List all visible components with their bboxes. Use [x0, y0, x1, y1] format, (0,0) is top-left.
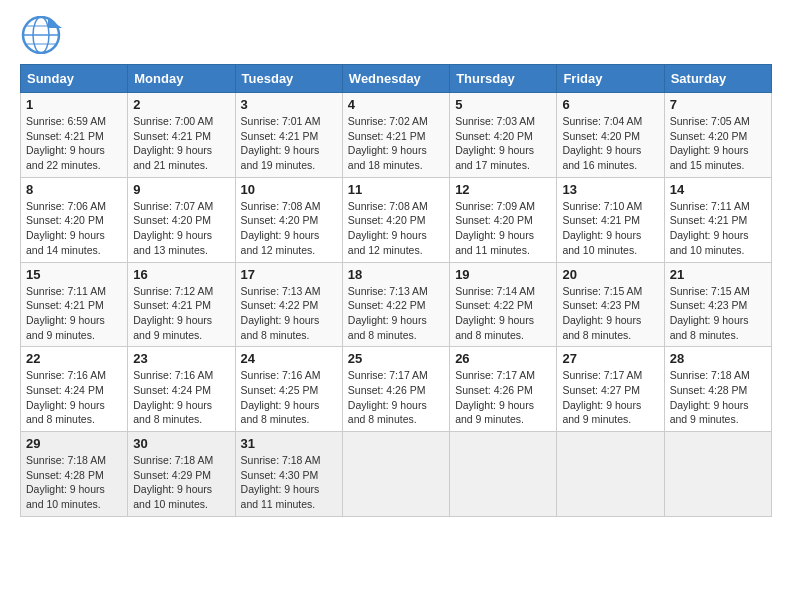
svg-marker-5 [48, 18, 62, 28]
day-number: 3 [241, 97, 337, 112]
weekday-header: Wednesday [342, 65, 449, 93]
day-detail: Sunrise: 7:18 AM Sunset: 4:29 PM Dayligh… [133, 453, 229, 512]
day-number: 19 [455, 267, 551, 282]
calendar-cell: 15 Sunrise: 7:11 AM Sunset: 4:21 PM Dayl… [21, 262, 128, 347]
day-number: 20 [562, 267, 658, 282]
day-number: 27 [562, 351, 658, 366]
day-number: 31 [241, 436, 337, 451]
day-number: 12 [455, 182, 551, 197]
day-detail: Sunrise: 7:09 AM Sunset: 4:20 PM Dayligh… [455, 199, 551, 258]
day-detail: Sunrise: 7:15 AM Sunset: 4:23 PM Dayligh… [670, 284, 766, 343]
day-detail: Sunrise: 7:01 AM Sunset: 4:21 PM Dayligh… [241, 114, 337, 173]
day-number: 7 [670, 97, 766, 112]
calendar-cell: 12 Sunrise: 7:09 AM Sunset: 4:20 PM Dayl… [450, 177, 557, 262]
day-detail: Sunrise: 7:18 AM Sunset: 4:28 PM Dayligh… [670, 368, 766, 427]
day-number: 29 [26, 436, 122, 451]
day-number: 4 [348, 97, 444, 112]
calendar-cell: 5 Sunrise: 7:03 AM Sunset: 4:20 PM Dayli… [450, 93, 557, 178]
day-detail: Sunrise: 7:14 AM Sunset: 4:22 PM Dayligh… [455, 284, 551, 343]
day-detail: Sunrise: 7:12 AM Sunset: 4:21 PM Dayligh… [133, 284, 229, 343]
day-detail: Sunrise: 7:16 AM Sunset: 4:24 PM Dayligh… [26, 368, 122, 427]
day-detail: Sunrise: 7:13 AM Sunset: 4:22 PM Dayligh… [348, 284, 444, 343]
weekday-header: Monday [128, 65, 235, 93]
day-detail: Sunrise: 7:04 AM Sunset: 4:20 PM Dayligh… [562, 114, 658, 173]
weekday-header: Thursday [450, 65, 557, 93]
day-detail: Sunrise: 7:05 AM Sunset: 4:20 PM Dayligh… [670, 114, 766, 173]
calendar-cell: 27 Sunrise: 7:17 AM Sunset: 4:27 PM Dayl… [557, 347, 664, 432]
day-number: 23 [133, 351, 229, 366]
day-number: 26 [455, 351, 551, 366]
day-detail: Sunrise: 7:00 AM Sunset: 4:21 PM Dayligh… [133, 114, 229, 173]
calendar-cell [450, 432, 557, 517]
weekday-header: Sunday [21, 65, 128, 93]
day-detail: Sunrise: 7:13 AM Sunset: 4:22 PM Dayligh… [241, 284, 337, 343]
day-detail: Sunrise: 7:11 AM Sunset: 4:21 PM Dayligh… [26, 284, 122, 343]
calendar-week-row: 1 Sunrise: 6:59 AM Sunset: 4:21 PM Dayli… [21, 93, 772, 178]
day-number: 22 [26, 351, 122, 366]
day-detail: Sunrise: 7:11 AM Sunset: 4:21 PM Dayligh… [670, 199, 766, 258]
day-detail: Sunrise: 7:08 AM Sunset: 4:20 PM Dayligh… [241, 199, 337, 258]
calendar-table: SundayMondayTuesdayWednesdayThursdayFrid… [20, 64, 772, 517]
day-number: 15 [26, 267, 122, 282]
calendar-cell: 9 Sunrise: 7:07 AM Sunset: 4:20 PM Dayli… [128, 177, 235, 262]
calendar-cell: 26 Sunrise: 7:17 AM Sunset: 4:26 PM Dayl… [450, 347, 557, 432]
calendar-cell: 16 Sunrise: 7:12 AM Sunset: 4:21 PM Dayl… [128, 262, 235, 347]
calendar-cell: 1 Sunrise: 6:59 AM Sunset: 4:21 PM Dayli… [21, 93, 128, 178]
calendar-cell: 28 Sunrise: 7:18 AM Sunset: 4:28 PM Dayl… [664, 347, 771, 432]
logo [20, 16, 66, 54]
weekday-header: Friday [557, 65, 664, 93]
day-detail: Sunrise: 7:07 AM Sunset: 4:20 PM Dayligh… [133, 199, 229, 258]
day-number: 9 [133, 182, 229, 197]
day-number: 1 [26, 97, 122, 112]
day-detail: Sunrise: 6:59 AM Sunset: 4:21 PM Dayligh… [26, 114, 122, 173]
day-detail: Sunrise: 7:17 AM Sunset: 4:26 PM Dayligh… [348, 368, 444, 427]
day-number: 21 [670, 267, 766, 282]
calendar-cell: 13 Sunrise: 7:10 AM Sunset: 4:21 PM Dayl… [557, 177, 664, 262]
day-number: 17 [241, 267, 337, 282]
calendar-cell: 30 Sunrise: 7:18 AM Sunset: 4:29 PM Dayl… [128, 432, 235, 517]
day-number: 30 [133, 436, 229, 451]
day-number: 16 [133, 267, 229, 282]
day-number: 11 [348, 182, 444, 197]
weekday-header: Saturday [664, 65, 771, 93]
calendar-cell [664, 432, 771, 517]
day-number: 13 [562, 182, 658, 197]
day-detail: Sunrise: 7:06 AM Sunset: 4:20 PM Dayligh… [26, 199, 122, 258]
day-detail: Sunrise: 7:03 AM Sunset: 4:20 PM Dayligh… [455, 114, 551, 173]
calendar-cell: 10 Sunrise: 7:08 AM Sunset: 4:20 PM Dayl… [235, 177, 342, 262]
weekday-header: Tuesday [235, 65, 342, 93]
calendar-cell: 18 Sunrise: 7:13 AM Sunset: 4:22 PM Dayl… [342, 262, 449, 347]
day-number: 8 [26, 182, 122, 197]
calendar-cell: 4 Sunrise: 7:02 AM Sunset: 4:21 PM Dayli… [342, 93, 449, 178]
calendar-cell: 8 Sunrise: 7:06 AM Sunset: 4:20 PM Dayli… [21, 177, 128, 262]
calendar-header-row: SundayMondayTuesdayWednesdayThursdayFrid… [21, 65, 772, 93]
calendar-cell: 14 Sunrise: 7:11 AM Sunset: 4:21 PM Dayl… [664, 177, 771, 262]
day-number: 28 [670, 351, 766, 366]
day-number: 10 [241, 182, 337, 197]
day-detail: Sunrise: 7:17 AM Sunset: 4:26 PM Dayligh… [455, 368, 551, 427]
day-number: 6 [562, 97, 658, 112]
day-detail: Sunrise: 7:15 AM Sunset: 4:23 PM Dayligh… [562, 284, 658, 343]
calendar-week-row: 15 Sunrise: 7:11 AM Sunset: 4:21 PM Dayl… [21, 262, 772, 347]
calendar-cell: 21 Sunrise: 7:15 AM Sunset: 4:23 PM Dayl… [664, 262, 771, 347]
calendar-cell [342, 432, 449, 517]
calendar-cell: 23 Sunrise: 7:16 AM Sunset: 4:24 PM Dayl… [128, 347, 235, 432]
day-number: 25 [348, 351, 444, 366]
calendar-cell: 22 Sunrise: 7:16 AM Sunset: 4:24 PM Dayl… [21, 347, 128, 432]
calendar-cell: 11 Sunrise: 7:08 AM Sunset: 4:20 PM Dayl… [342, 177, 449, 262]
calendar-cell: 6 Sunrise: 7:04 AM Sunset: 4:20 PM Dayli… [557, 93, 664, 178]
day-detail: Sunrise: 7:16 AM Sunset: 4:24 PM Dayligh… [133, 368, 229, 427]
calendar-cell: 2 Sunrise: 7:00 AM Sunset: 4:21 PM Dayli… [128, 93, 235, 178]
day-detail: Sunrise: 7:18 AM Sunset: 4:28 PM Dayligh… [26, 453, 122, 512]
day-number: 18 [348, 267, 444, 282]
calendar-cell: 25 Sunrise: 7:17 AM Sunset: 4:26 PM Dayl… [342, 347, 449, 432]
day-detail: Sunrise: 7:16 AM Sunset: 4:25 PM Dayligh… [241, 368, 337, 427]
calendar-cell: 7 Sunrise: 7:05 AM Sunset: 4:20 PM Dayli… [664, 93, 771, 178]
calendar-cell [557, 432, 664, 517]
day-number: 2 [133, 97, 229, 112]
calendar-week-row: 22 Sunrise: 7:16 AM Sunset: 4:24 PM Dayl… [21, 347, 772, 432]
calendar-week-row: 8 Sunrise: 7:06 AM Sunset: 4:20 PM Dayli… [21, 177, 772, 262]
calendar-cell: 20 Sunrise: 7:15 AM Sunset: 4:23 PM Dayl… [557, 262, 664, 347]
logo-icon [20, 16, 62, 54]
day-detail: Sunrise: 7:08 AM Sunset: 4:20 PM Dayligh… [348, 199, 444, 258]
